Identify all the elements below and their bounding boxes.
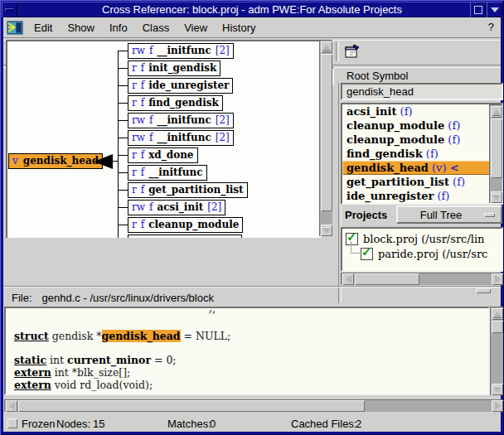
nodes-label: Nodes: xyxy=(56,418,90,430)
scroll-up-button[interactable] xyxy=(491,106,502,118)
code-text: ); struct gendisk *gendisk_head = NULL; … xyxy=(7,310,487,392)
xref-graph-canvas[interactable]: rwf__initfunc[2] rfinit_gendisk rfide_un… xyxy=(6,40,321,238)
code-line: struct gendisk *gendisk_head = NULL; xyxy=(14,330,230,342)
code-line: extern int *blk_size[]; xyxy=(14,366,130,379)
scroll-up-button[interactable] xyxy=(492,308,503,320)
nodes-value: 15 xyxy=(93,418,104,430)
graph-node[interactable]: rffind_gendisk xyxy=(128,95,223,111)
symbol-list-vscrollbar[interactable] xyxy=(489,104,502,203)
code-line: static int current_minor = 0; xyxy=(14,354,177,366)
graph-node[interactable]: rfide_unregister xyxy=(128,78,233,94)
graph-node-partial[interactable] xyxy=(128,234,242,238)
menu-show[interactable]: Show xyxy=(60,19,102,36)
scroll-down-button[interactable] xyxy=(492,384,503,395)
graph-root-node[interactable]: v gendisk_head xyxy=(8,153,103,169)
symbol-list: acsi_init (f) cleanup_module (f) cleanup… xyxy=(341,103,503,205)
symbol-list-item[interactable]: cleanup_module (f) xyxy=(342,118,502,133)
frozen-checkbox[interactable] xyxy=(7,418,17,428)
checked-checkbox-icon[interactable] xyxy=(361,248,373,260)
arrow-left-icon xyxy=(9,402,15,410)
graph-edge xyxy=(118,85,128,86)
graph-node[interactable]: rfcleanup_module xyxy=(128,217,243,233)
scroll-down-button[interactable] xyxy=(321,225,332,236)
pane-sash-handle[interactable] xyxy=(476,288,491,293)
scroll-right-button[interactable] xyxy=(492,273,503,285)
frozen-label: Frozen xyxy=(22,418,55,430)
separator xyxy=(336,41,339,61)
project-row[interactable]: paride.proj (/usr/src xyxy=(361,246,487,261)
project-name: block.proj xyxy=(363,233,418,245)
maximize-button[interactable] xyxy=(470,2,486,17)
symbol-list-item-selected[interactable]: gendisk_head (v) < xyxy=(342,161,502,175)
graph-node[interactable]: rfget_partition_list xyxy=(128,182,248,198)
root-symbol-field[interactable]: gendisk_head xyxy=(341,83,503,100)
menu-history[interactable]: History xyxy=(215,19,263,36)
menu-class[interactable]: Class xyxy=(135,19,177,36)
cross-referencer-app-icon xyxy=(7,21,23,35)
shade-button[interactable] xyxy=(487,2,502,17)
graph-vscrollbar[interactable] xyxy=(319,40,332,236)
scrollbar-thumb[interactable] xyxy=(491,118,502,178)
code-vscrollbar[interactable] xyxy=(490,307,503,395)
code-hscrollbar[interactable] xyxy=(4,399,503,412)
graph-trunk-line xyxy=(118,51,119,238)
graph-node[interactable]: rfxd_done xyxy=(128,147,198,163)
window-menu-icon xyxy=(5,8,13,11)
arrow-right-icon xyxy=(495,275,501,283)
graph-node[interactable]: rwf__initfunc[2] xyxy=(128,43,234,59)
scroll-left-button[interactable] xyxy=(6,400,17,412)
graph-node[interactable]: rwf__initfunc[2] xyxy=(128,113,234,128)
matches-value: 0 xyxy=(210,418,216,430)
scroll-right-button[interactable] xyxy=(492,400,503,412)
menu-help[interactable]: ? xyxy=(488,21,494,33)
graph-edge xyxy=(118,138,128,138)
graph-node[interactable]: rwf__initfunc[2] xyxy=(128,130,234,146)
file-label: File: xyxy=(12,292,32,304)
menu-view[interactable]: View xyxy=(177,19,215,36)
graph-edge xyxy=(118,172,128,173)
arrow-down-icon xyxy=(322,228,331,234)
symbol-list-item[interactable]: acsi_init (f) xyxy=(342,104,502,118)
window-menu-button[interactable] xyxy=(2,2,17,17)
root-symbol-label: Root Symbol xyxy=(346,70,408,82)
scrollbar-thumb[interactable] xyxy=(321,54,332,211)
properties-button[interactable] xyxy=(342,41,363,62)
title-bar[interactable]: Cross Referencer: block.proj - adm PWE:F… xyxy=(2,2,502,17)
root-pointer-icon xyxy=(94,154,113,169)
graph-node[interactable]: rf__initfunc xyxy=(128,165,207,181)
projects-tree: block.proj (/usr/src/lin paride.proj (/u… xyxy=(341,227,503,272)
scroll-down-button[interactable] xyxy=(491,191,502,203)
scroll-left-button[interactable] xyxy=(342,273,354,285)
scrollbar-thumb[interactable] xyxy=(18,400,365,412)
shade-icon xyxy=(491,7,499,12)
scrollbar-thumb[interactable] xyxy=(355,273,419,285)
arrow-right-icon xyxy=(495,402,501,410)
code-line: extern void rd_load(void); xyxy=(14,379,153,391)
symbol-list-item[interactable]: ide_unregister (f) xyxy=(342,189,502,203)
projects-hscrollbar[interactable] xyxy=(341,273,503,285)
graph-edge xyxy=(118,68,128,69)
menu-edit[interactable]: Edit xyxy=(27,19,60,36)
code-line-partial: extern void initrd_load(void); xyxy=(14,391,170,392)
arrow-left-icon xyxy=(346,275,351,283)
code-view[interactable]: ); struct gendisk *gendisk_head = NULL; … xyxy=(4,307,490,395)
arrow-down-icon xyxy=(493,387,502,393)
status-bar: Frozen Nodes: 15 Matches: 0 Cached Files… xyxy=(3,416,501,432)
projects-label: Projects xyxy=(345,209,387,221)
scrollbar-thumb[interactable] xyxy=(492,321,503,333)
symbol-list-item[interactable]: cleanup_module (f) xyxy=(342,133,502,147)
client-area: Edit Show Info Class View History ? xyxy=(3,17,501,432)
arrow-up-icon xyxy=(322,45,331,51)
projects-view-optionmenu[interactable]: Full Tree xyxy=(396,205,502,224)
symbol-list-item[interactable]: find_gendisk (f) xyxy=(342,147,502,161)
maximize-icon xyxy=(474,6,482,14)
scroll-up-button[interactable] xyxy=(321,41,332,53)
menu-info[interactable]: Info xyxy=(102,19,135,36)
file-path: genhd.c - /usr/src/linux/drivers/block xyxy=(42,292,214,304)
menu-bar: Edit Show Info Class View History ? xyxy=(3,17,501,38)
graph-node[interactable]: rfinit_gendisk xyxy=(128,60,220,76)
graph-node[interactable]: rwfacsi_init[2] xyxy=(128,200,225,215)
projects-view-value: Full Tree xyxy=(398,209,484,221)
symbol-list-item[interactable]: get_partition_list (f) xyxy=(342,175,502,189)
cached-files-label: Cached Files: xyxy=(291,418,356,430)
